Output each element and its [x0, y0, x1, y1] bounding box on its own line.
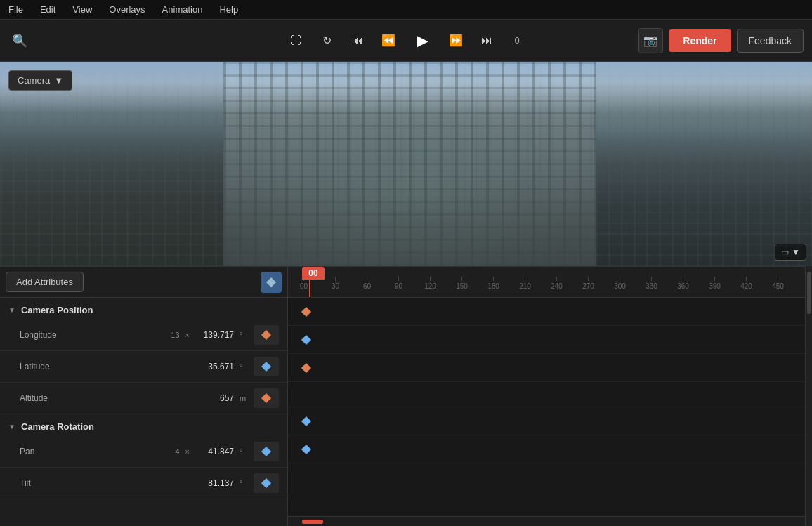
pan-value[interactable]: 41.847 — [195, 447, 234, 456]
longitude-label: Longitude — [20, 330, 160, 340]
search-button[interactable]: 🔍 — [8, 29, 31, 52]
screen-frame-icon: ▭ — [781, 247, 789, 257]
altitude-keyframe-diamond — [261, 393, 271, 403]
tilt-track — [254, 473, 279, 493]
tick-line — [588, 277, 589, 281]
tick-line — [778, 277, 778, 281]
fullscreen-icon: ⛶ — [290, 34, 301, 47]
ruler-tick-330: 330 — [636, 277, 667, 290]
pan-label: Pan — [20, 447, 160, 456]
right-dark-area: ▭ ▼ — [596, 62, 812, 266]
tilt-label: Tilt — [20, 478, 164, 488]
longitude-row: Longitude -13 × 139.717 ° — [0, 320, 287, 351]
longitude-keyframe-marker[interactable] — [301, 307, 311, 317]
camera-dropdown[interactable]: Camera ▼ — [8, 70, 72, 91]
loop-icon: ↻ — [322, 34, 332, 47]
chevron-down-icon: ▼ — [792, 247, 800, 257]
longitude-value[interactable]: 139.717 — [195, 330, 234, 340]
longitude-track-row — [288, 298, 805, 326]
tilt-keyframe-marker[interactable] — [301, 445, 311, 454]
menu-file[interactable]: File — [6, 3, 26, 16]
loop-button[interactable]: ↻ — [315, 29, 338, 52]
ruler-tick-60: 60 — [351, 277, 383, 290]
skip-start-button[interactable]: ⏮ — [346, 29, 369, 52]
tick-line — [430, 277, 431, 281]
altitude-unit: m — [240, 394, 248, 402]
attributes-panel: Add Attributes ▼ Camera Position Longitu… — [0, 266, 288, 526]
tick-line — [556, 277, 557, 281]
pan-keyframe-marker[interactable] — [301, 416, 311, 426]
camera-rotation-section-header[interactable]: ▼ Camera Rotation — [0, 414, 287, 436]
bottom-time-bar — [288, 516, 805, 526]
camera-icon: 📷 — [643, 34, 657, 47]
screen-frame-button[interactable]: ▭ ▼ — [775, 244, 806, 261]
bottom-section: Add Attributes ▼ Camera Position Longitu… — [0, 266, 812, 526]
timeline-ruler[interactable]: 00 0030609012015018021024027030033036039… — [288, 267, 805, 298]
timeline-scrollbar[interactable] — [805, 266, 812, 526]
toolbar-left: 🔍 — [8, 29, 204, 52]
skip-start-icon: ⏮ — [352, 34, 363, 47]
attr-toolbar: Add Attributes — [0, 267, 287, 298]
toolbar-right: 📷 Render Feedback — [608, 28, 804, 53]
left-dark-area: Camera ▼ — [0, 62, 223, 266]
play-button[interactable]: ▶ — [408, 27, 436, 55]
pan-row: Pan 4 × 41.847 ° — [0, 436, 287, 468]
tick-line — [367, 277, 367, 281]
tilt-unit: ° — [240, 479, 248, 487]
collapse-rotation-icon: ▼ — [8, 423, 15, 430]
fullscreen-button[interactable]: ⛶ — [284, 29, 307, 52]
tick-line — [461, 277, 462, 281]
tilt-keyframe-diamond — [261, 478, 271, 488]
rotation-spacer-row — [288, 382, 805, 407]
latitude-track — [254, 357, 279, 376]
latitude-keyframe-diamond — [261, 362, 271, 372]
step-back-button[interactable]: ⏪ — [377, 29, 400, 52]
ruler-tick-210: 210 — [509, 277, 541, 290]
dropdown-chevron-icon: ▼ — [54, 75, 63, 86]
tick-line — [335, 277, 336, 281]
altitude-label: Altitude — [20, 393, 164, 403]
altitude-value[interactable]: 657 — [195, 393, 234, 403]
tick-line — [651, 277, 652, 281]
timeline-panel: 00 0030609012015018021024027030033036039… — [288, 266, 805, 526]
tilt-value[interactable]: 81.137 — [195, 478, 234, 488]
ruler-tick-300: 300 — [604, 277, 636, 290]
altitude-keyframe-marker[interactable] — [301, 363, 311, 373]
camera-position-label: Camera Position — [21, 305, 93, 315]
pan-track-row — [288, 407, 805, 435]
play-icon: ▶ — [417, 32, 428, 50]
altitude-track — [254, 388, 279, 408]
feedback-button[interactable]: Feedback — [737, 29, 804, 53]
add-attributes-button[interactable]: Add Attributes — [6, 272, 84, 292]
step-forward-button[interactable]: ⏩ — [445, 29, 467, 52]
menu-view[interactable]: View — [70, 3, 95, 16]
scrollbar-thumb[interactable] — [807, 272, 811, 314]
camera-position-section-header[interactable]: ▼ Camera Position — [0, 298, 287, 320]
latitude-value[interactable]: 35.671 — [195, 362, 234, 372]
screenshot-button[interactable]: 📷 — [638, 28, 663, 53]
menu-help[interactable]: Help — [216, 3, 241, 16]
ruler-tick-450: 450 — [762, 277, 794, 290]
skip-end-button[interactable]: ⏭ — [476, 29, 498, 52]
keyframe-nav-button[interactable] — [261, 272, 282, 293]
pan-mult-sym: × — [185, 447, 190, 456]
latitude-unit: ° — [240, 362, 248, 371]
search-icon: 🔍 — [12, 33, 27, 48]
menu-animation[interactable]: Animation — [159, 3, 206, 16]
tick-line — [398, 277, 399, 281]
tick-line — [714, 277, 715, 281]
timeline-playhead[interactable]: 00 — [302, 267, 325, 280]
render-button[interactable]: Render — [669, 29, 731, 52]
timeline-tracks — [288, 298, 805, 516]
menu-edit[interactable]: Edit — [37, 3, 58, 16]
tick-line — [746, 277, 747, 281]
step-back-icon: ⏪ — [381, 34, 395, 47]
skip-end-icon: ⏭ — [481, 34, 492, 47]
diamond-nav-icon — [266, 277, 276, 287]
latitude-keyframe-marker[interactable] — [301, 335, 311, 345]
frame-counter: 0 — [506, 35, 528, 46]
pan-track — [254, 442, 279, 461]
menu-overlays[interactable]: Overlays — [106, 3, 148, 16]
attr-list: ▼ Camera Position Longitude -13 × 139.71… — [0, 298, 287, 526]
ruler-tick-180: 180 — [478, 277, 509, 290]
